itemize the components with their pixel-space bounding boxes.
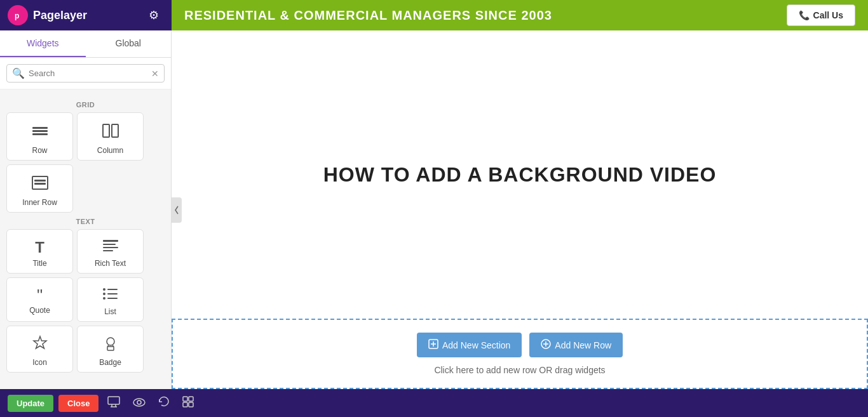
add-hint-text: Click here to add new row OR drag widget… <box>434 365 605 375</box>
inner-row-label: Inner Row <box>22 198 57 207</box>
call-us-label: Call Us <box>813 10 843 20</box>
svg-rect-8 <box>34 180 46 182</box>
svg-rect-19 <box>107 298 118 299</box>
svg-text:p: p <box>15 11 19 20</box>
widget-list[interactable]: List <box>77 277 144 322</box>
add-buttons-group: Add New Section Add New Row <box>417 333 623 357</box>
row-label: Row <box>32 146 47 155</box>
svg-point-18 <box>103 297 105 300</box>
phone-icon: 📞 <box>799 10 810 20</box>
clear-search-button[interactable]: ✕ <box>151 69 159 79</box>
svg-point-14 <box>103 288 105 291</box>
grid-section-label: GRID <box>6 101 165 109</box>
svg-rect-40 <box>189 402 193 407</box>
collapse-panel-handle[interactable] <box>172 197 182 223</box>
quote-icon: " <box>37 287 43 303</box>
svg-rect-37 <box>183 397 187 401</box>
add-new-section-button[interactable]: Add New Section <box>417 333 522 357</box>
gear-button[interactable]: ⚙ <box>144 3 164 27</box>
svg-rect-12 <box>103 247 118 248</box>
badge-icon <box>102 335 119 355</box>
widget-column[interactable]: Column <box>77 112 144 161</box>
grid-widget-group: Row Column <box>6 112 165 213</box>
quote-label: Quote <box>29 306 50 315</box>
widget-rich-text[interactable]: Rich Text <box>77 229 144 274</box>
history-button[interactable] <box>154 394 173 413</box>
svg-point-35 <box>133 399 145 406</box>
svg-rect-3 <box>32 130 48 132</box>
left-panel: Widgets Global 🔍 ✕ GRID <box>0 30 172 389</box>
widget-title[interactable]: T Title <box>6 229 73 274</box>
search-input[interactable] <box>29 69 151 78</box>
svg-rect-13 <box>103 250 113 251</box>
svg-rect-9 <box>34 183 46 185</box>
structure-button[interactable] <box>179 394 198 413</box>
svg-rect-2 <box>32 127 48 129</box>
add-new-section-label: Add New Section <box>442 340 510 350</box>
search-icon: 🔍 <box>12 67 25 79</box>
update-button[interactable]: Update <box>8 395 53 412</box>
svg-rect-39 <box>183 402 187 407</box>
widget-icon[interactable]: Icon <box>6 326 73 373</box>
add-row-icon <box>541 339 551 351</box>
widget-quote[interactable]: " Quote <box>6 277 73 322</box>
title-label: Title <box>32 259 46 268</box>
canvas-content: HOW TO ADD A BACKGROUND VIDEO <box>172 30 868 389</box>
pagelayer-logo: p <box>8 5 28 25</box>
svg-rect-22 <box>107 347 114 350</box>
add-section-icon <box>428 339 438 351</box>
content-section: HOW TO ADD A BACKGROUND VIDEO <box>172 30 868 319</box>
preview-button[interactable] <box>129 394 149 413</box>
app-container: p Pagelayer ⚙ RESIDENTIAL & COMMERCIAL M… <box>0 0 868 417</box>
rich-text-icon <box>102 239 119 256</box>
panel-tabs: Widgets Global <box>0 30 171 58</box>
text-widget-group: T Title Rich Text <box>6 229 165 373</box>
add-section-area: Add New Section Add New Row <box>172 319 868 389</box>
svg-rect-15 <box>107 289 118 290</box>
add-new-row-label: Add New Row <box>555 340 611 350</box>
row-icon <box>31 122 49 143</box>
search-box: 🔍 ✕ <box>6 64 165 83</box>
icon-label: Icon <box>32 358 47 367</box>
list-icon <box>102 287 119 305</box>
tab-widgets[interactable]: Widgets <box>0 30 86 57</box>
widgets-list: GRID Row <box>0 89 171 389</box>
widget-row[interactable]: Row <box>6 112 73 161</box>
main-area: Widgets Global 🔍 ✕ GRID <box>0 30 868 389</box>
add-new-row-button[interactable]: Add New Row <box>529 333 623 357</box>
svg-rect-38 <box>189 397 193 401</box>
panel-search: 🔍 ✕ <box>0 58 171 89</box>
call-us-button[interactable]: 📞 Call Us <box>787 4 855 26</box>
main-heading: HOW TO ADD A BACKGROUND VIDEO <box>323 163 717 187</box>
logo-area: p Pagelayer ⚙ <box>0 3 172 27</box>
top-bar: p Pagelayer ⚙ RESIDENTIAL & COMMERCIAL M… <box>0 0 868 30</box>
badge-label: Badge <box>99 358 121 367</box>
rich-text-label: Rich Text <box>95 259 126 268</box>
text-section-label: TEXT <box>6 218 165 225</box>
widget-inner-row[interactable]: Inner Row <box>6 164 73 213</box>
svg-rect-31 <box>108 397 119 404</box>
icon-widget-icon <box>32 335 48 355</box>
svg-rect-4 <box>32 133 48 135</box>
list-label: List <box>104 307 116 316</box>
column-icon <box>102 122 119 143</box>
svg-rect-5 <box>103 124 109 137</box>
title-icon: T <box>35 239 44 256</box>
svg-rect-11 <box>103 244 116 245</box>
tab-global[interactable]: Global <box>86 30 172 57</box>
svg-rect-6 <box>112 124 118 137</box>
close-button[interactable]: Close <box>58 395 98 412</box>
inner-row-icon <box>31 174 49 195</box>
logo-text: Pagelayer <box>33 9 87 22</box>
desktop-view-button[interactable] <box>104 394 124 413</box>
svg-rect-10 <box>103 240 118 242</box>
svg-point-16 <box>103 293 105 295</box>
svg-marker-20 <box>34 336 46 348</box>
svg-point-21 <box>107 338 114 345</box>
svg-rect-17 <box>107 293 118 295</box>
site-title: RESIDENTIAL & COMMERCIAL MANAGERS SINCE … <box>184 8 552 23</box>
canvas-area: HOW TO ADD A BACKGROUND VIDEO <box>172 30 868 389</box>
site-header: RESIDENTIAL & COMMERCIAL MANAGERS SINCE … <box>172 0 868 33</box>
svg-point-36 <box>137 400 141 404</box>
widget-badge[interactable]: Badge <box>77 326 144 373</box>
